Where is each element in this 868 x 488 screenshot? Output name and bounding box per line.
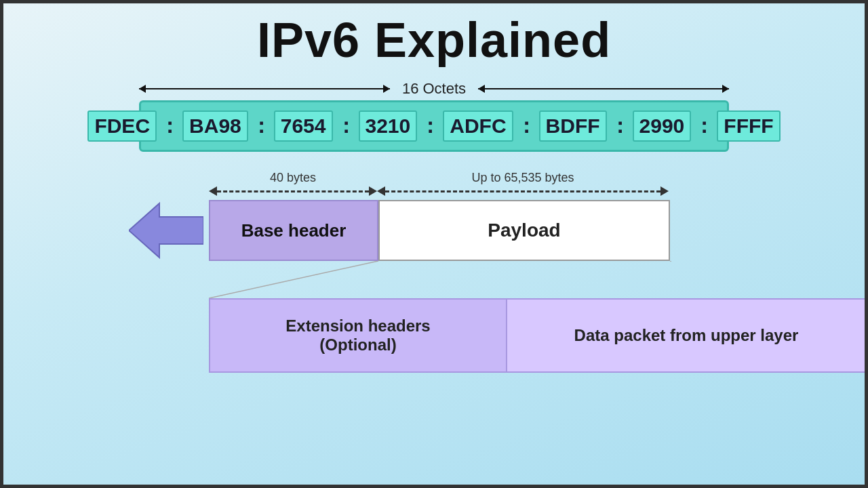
arrow-head-right-payload	[660, 186, 669, 196]
bottom-boxes-row: Extension headers(Optional) Data packet …	[209, 298, 867, 373]
data-packet-label: Data packet from upper layer	[574, 326, 799, 345]
ipv6-seg-1: BA98	[182, 110, 248, 142]
payload-dashed-arrow	[377, 186, 669, 196]
ipv6-seg-7: FFFF	[717, 110, 780, 142]
octets-arrow-line-right	[478, 88, 729, 89]
extension-headers-box: Extension headers(Optional)	[209, 298, 507, 373]
svg-line-1	[209, 261, 378, 298]
base-header-label: Base header	[241, 220, 347, 241]
extension-headers-label: Extension headers(Optional)	[285, 317, 430, 354]
big-left-arrow-container	[129, 200, 203, 261]
octets-section: 16 Octets FDEC ： BA98 ： 7654 ： 3210 ： AD…	[41, 80, 827, 164]
big-left-arrow-icon	[129, 200, 203, 261]
payload-bytes-label: Up to 65,535 bytes	[377, 171, 669, 185]
ipv6-seg-2: 7654	[274, 110, 333, 142]
octets-label: 16 Octets	[390, 80, 478, 98]
ipv6-seg-3: 3210	[359, 110, 418, 142]
connector-svg	[209, 261, 671, 298]
octets-arrow-row: 16 Octets	[139, 80, 729, 98]
base-header-bytes-label: 40 bytes	[209, 171, 377, 185]
base-header-dashed-arrow	[209, 186, 377, 196]
svg-line-2	[670, 261, 671, 298]
packet-section: 40 bytes Up to 65,535 bytes	[41, 171, 827, 373]
arrow-head-left-base	[209, 186, 217, 196]
ipv6-seg-5: BDFF	[539, 110, 607, 142]
ipv6-seg-4: ADFC	[443, 110, 513, 142]
page-title: IPv6 Explained	[257, 12, 611, 68]
base-header-box: Base header	[209, 200, 378, 261]
data-packet-box: Data packet from upper layer	[507, 298, 867, 373]
ipv6-seg-6: 2990	[633, 110, 692, 142]
payload-box: Payload	[378, 200, 670, 261]
arrow-head-right-base	[369, 186, 377, 196]
connector-area	[209, 261, 671, 298]
arrow-head-left-payload	[377, 186, 385, 196]
header-payload-row: Base header Payload	[129, 200, 670, 261]
octets-arrow-line	[139, 88, 390, 89]
payload-label: Payload	[488, 220, 560, 241]
main-container: IPv6 Explained 16 Octets FDEC ： BA98 ： 7…	[0, 0, 868, 488]
svg-marker-0	[129, 203, 203, 258]
ipv6-seg-0: FDEC	[87, 110, 157, 142]
ipv6-address-box: FDEC ： BA98 ： 7654 ： 3210 ： ADFC ： BDFF …	[139, 100, 729, 152]
